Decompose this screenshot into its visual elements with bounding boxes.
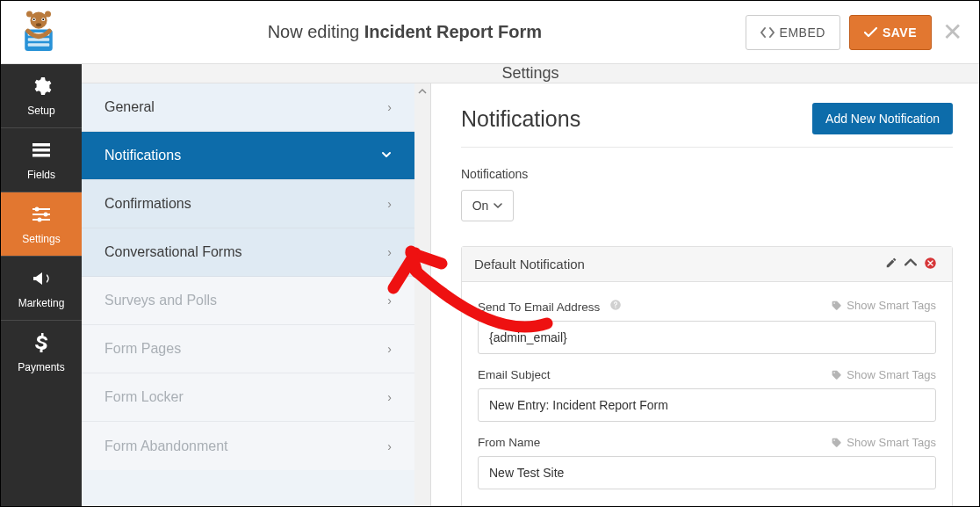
collapse-icon[interactable] (901, 257, 920, 272)
form-name: Incident Report Form (364, 22, 542, 41)
submenu-label: Conversational Forms (104, 244, 242, 260)
smart-tags-toggle[interactable]: Show Smart Tags (831, 368, 936, 381)
delete-icon[interactable] (920, 257, 940, 272)
svg-rect-13 (32, 148, 50, 152)
svg-point-6 (45, 11, 51, 17)
chevron-right-icon: › (387, 245, 392, 259)
save-label: SAVE (883, 25, 917, 40)
notifications-toggle-label: Notifications (461, 167, 953, 181)
now-editing-prefix: Now editing (268, 22, 360, 41)
edit-icon[interactable] (882, 257, 901, 272)
embed-button[interactable]: EMBED (746, 15, 840, 50)
svg-point-7 (36, 23, 41, 26)
submenu-item-notifications[interactable]: Notifications (82, 132, 414, 180)
gear-icon (31, 76, 52, 99)
field-label: Email Subject (478, 368, 551, 381)
notifications-toggle-select[interactable]: On (461, 190, 514, 221)
save-button[interactable]: SAVE (849, 15, 932, 50)
sliders-icon (31, 204, 52, 228)
scroll-up-arrow[interactable] (414, 83, 429, 99)
submenu-item-conversational[interactable]: Conversational Forms › (82, 228, 414, 277)
rail-item-fields[interactable]: Fields (1, 128, 82, 192)
svg-point-4 (42, 18, 44, 20)
topbar: Now editing Incident Report Form EMBED S… (1, 1, 979, 64)
rail-label: Payments (18, 361, 64, 373)
submenu-item-general[interactable]: General › (82, 83, 414, 132)
dollar-icon (31, 332, 52, 356)
editing-title: Now editing Incident Report Form (64, 22, 746, 42)
rail-item-marketing[interactable]: Marketing (1, 257, 82, 320)
embed-label: EMBED (780, 25, 825, 40)
chevron-right-icon: › (387, 293, 392, 308)
email-subject-input[interactable] (478, 388, 936, 422)
bullhorn-icon (31, 268, 52, 292)
close-button[interactable]: ✕ (937, 20, 967, 45)
content-panel: Notifications Add New Notification Notif… (431, 83, 979, 507)
rail-item-setup[interactable]: Setup (1, 64, 82, 127)
svg-rect-11 (28, 43, 50, 47)
svg-point-20 (38, 217, 42, 221)
rail-label: Marketing (18, 297, 65, 309)
list-icon (31, 140, 52, 163)
toggle-value: On (472, 199, 489, 213)
rail-item-payments[interactable]: Payments (1, 321, 82, 384)
svg-point-18 (35, 206, 40, 211)
submenu-item-formabandon[interactable]: Form Abandonment › (82, 422, 414, 470)
field-label: From Name (478, 436, 540, 449)
card-title: Default Notification (474, 257, 585, 272)
submenu-label: General (104, 99, 155, 115)
rail-label: Settings (22, 233, 60, 245)
svg-point-23 (615, 307, 616, 308)
svg-rect-14 (32, 154, 50, 157)
notification-card: Default Notification (461, 246, 953, 507)
smart-tags-toggle[interactable]: Show Smart Tags (831, 299, 936, 312)
submenu-scrollbar[interactable] (414, 83, 430, 507)
settings-submenu: General › Notifications Confirmations › (82, 83, 431, 507)
from-name-input[interactable] (478, 456, 936, 489)
help-icon[interactable] (609, 298, 622, 311)
submenu-label: Form Locker (104, 389, 184, 405)
rail-label: Setup (27, 105, 54, 117)
chevron-right-icon: › (387, 439, 392, 453)
content-heading: Notifications (461, 106, 580, 132)
svg-point-3 (33, 18, 35, 20)
svg-point-5 (26, 11, 32, 17)
submenu-item-formlocker[interactable]: Form Locker › (82, 373, 414, 422)
settings-header-label: Settings (501, 64, 558, 83)
wpforms-logo[interactable] (13, 7, 64, 58)
submenu-label: Form Pages (104, 341, 181, 357)
submenu-item-confirmations[interactable]: Confirmations › (82, 180, 414, 228)
chevron-down-icon (381, 148, 392, 163)
chevron-right-icon: › (387, 390, 392, 404)
submenu-label: Surveys and Polls (104, 293, 217, 308)
settings-header: Settings (82, 64, 979, 83)
svg-point-19 (44, 212, 48, 216)
chevron-right-icon: › (387, 100, 392, 114)
submenu-label: Confirmations (104, 196, 191, 212)
submenu-item-surveys[interactable]: Surveys and Polls › (82, 277, 414, 325)
svg-rect-12 (32, 143, 50, 147)
left-rail: Setup Fields Settings Mark (1, 64, 82, 507)
submenu-label: Form Abandonment (104, 438, 228, 454)
add-notification-button[interactable]: Add New Notification (812, 103, 953, 134)
notification-card-header: Default Notification (462, 247, 952, 282)
chevron-right-icon: › (387, 197, 392, 211)
rail-item-settings[interactable]: Settings (1, 192, 82, 256)
submenu-item-formpages[interactable]: Form Pages › (82, 325, 414, 373)
submenu-label: Notifications (104, 148, 181, 163)
send-to-email-input[interactable] (478, 321, 936, 354)
chevron-right-icon: › (387, 342, 392, 356)
field-label: Send To Email Address (478, 301, 600, 314)
smart-tags-toggle[interactable]: Show Smart Tags (831, 436, 936, 449)
rail-label: Fields (27, 169, 55, 181)
